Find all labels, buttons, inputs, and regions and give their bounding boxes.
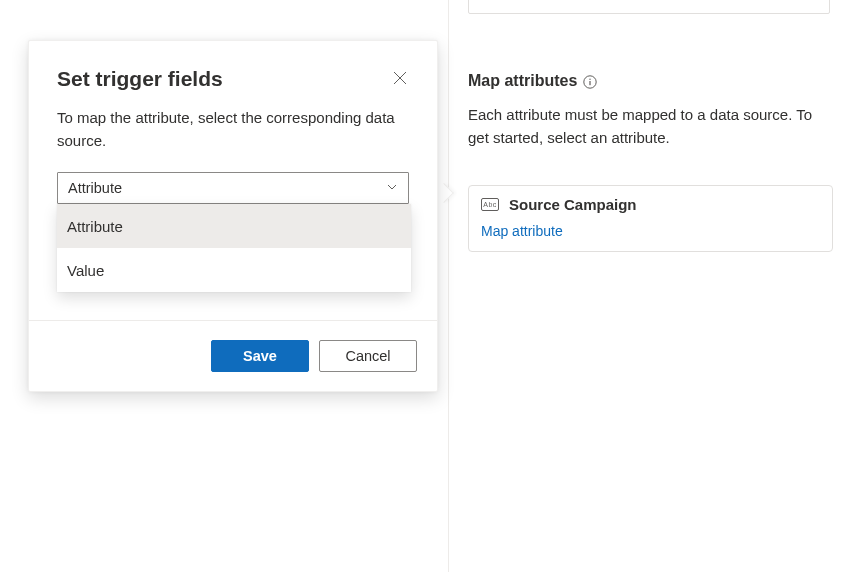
chevron-down-icon <box>386 180 398 196</box>
info-icon[interactable] <box>583 75 597 89</box>
attribute-title: Source Campaign <box>509 196 637 213</box>
save-button[interactable]: Save <box>211 340 309 372</box>
attribute-card-header: Abc Source Campaign <box>481 196 820 213</box>
placeholder-box <box>468 0 830 14</box>
map-attribute-link[interactable]: Map attribute <box>481 223 563 239</box>
section-title-row: Map attributes <box>468 72 838 90</box>
dialog-title: Set trigger fields <box>57 67 223 91</box>
select-box[interactable]: Attribute <box>57 172 409 204</box>
svg-rect-2 <box>590 81 591 85</box>
vertical-divider <box>448 0 449 572</box>
close-button[interactable] <box>393 67 409 88</box>
map-attributes-description: Each attribute must be mapped to a data … <box>468 104 828 149</box>
set-trigger-fields-dialog: Set trigger fields To map the attribute,… <box>28 40 438 392</box>
dropdown-option-attribute[interactable]: Attribute <box>57 204 411 248</box>
cancel-button[interactable]: Cancel <box>319 340 417 372</box>
text-type-icon: Abc <box>481 198 499 211</box>
dialog-header: Set trigger fields <box>57 67 409 91</box>
dialog-footer: Save Cancel <box>29 320 437 391</box>
map-attributes-title: Map attributes <box>468 72 577 90</box>
dialog-description: To map the attribute, select the corresp… <box>57 107 409 152</box>
attribute-card[interactable]: Abc Source Campaign Map attribute <box>468 185 833 252</box>
select-value: Attribute <box>68 180 122 196</box>
svg-point-1 <box>590 79 591 80</box>
data-source-select[interactable]: Attribute Attribute Value <box>57 172 409 204</box>
right-pane: Map attributes Each attribute must be ma… <box>468 0 838 252</box>
dropdown-option-value[interactable]: Value <box>57 248 411 292</box>
dropdown-list: Attribute Value <box>57 204 411 292</box>
